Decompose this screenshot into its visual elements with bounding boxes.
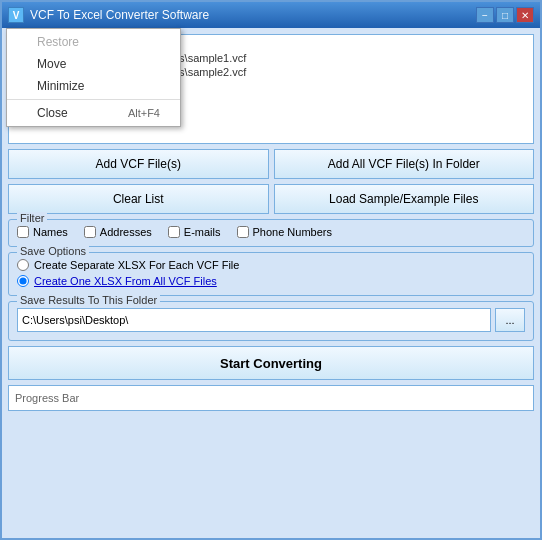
filter-names[interactable]: Names: [17, 226, 68, 238]
save-option-separate[interactable]: Create Separate XLSX For Each VCF File: [17, 259, 525, 271]
add-all-vcf-button[interactable]: Add All VCF File(s) In Folder: [274, 149, 535, 179]
menu-item-minimize[interactable]: Minimize: [7, 75, 180, 97]
save-folder-group: Save Results To This Folder ...: [8, 301, 534, 341]
filter-names-checkbox[interactable]: [17, 226, 29, 238]
load-sample-button[interactable]: Load Sample/Example Files: [274, 184, 535, 214]
menu-item-move[interactable]: Move: [7, 53, 180, 75]
add-buttons-row: Add VCF File(s) Add All VCF File(s) In F…: [8, 149, 534, 179]
save-folder-label: Save Results To This Folder: [17, 294, 160, 306]
titlebar: V VCF To Excel Converter Software − □ ✕: [2, 2, 540, 28]
filter-options-row: Names Addresses E-mails Phone Numbers: [17, 226, 525, 238]
filter-group: Filter Names Addresses E-mails Phone Num…: [8, 219, 534, 247]
filter-addresses[interactable]: Addresses: [84, 226, 152, 238]
close-button[interactable]: ✕: [516, 7, 534, 23]
main-content: Restore Move Minimize Close Alt+F4 nd sa…: [2, 28, 540, 538]
window-title: VCF To Excel Converter Software: [30, 8, 476, 22]
browse-button[interactable]: ...: [495, 308, 525, 332]
progress-bar: Progress Bar: [8, 385, 534, 411]
filter-phones[interactable]: Phone Numbers: [237, 226, 333, 238]
restore-button[interactable]: □: [496, 7, 514, 23]
start-converting-button[interactable]: Start Converting: [8, 346, 534, 380]
menu-item-close[interactable]: Close Alt+F4: [7, 102, 180, 124]
save-one-label: Create One XLSX From All VCF Files: [34, 275, 217, 287]
menu-separator: [7, 99, 180, 100]
filter-emails[interactable]: E-mails: [168, 226, 221, 238]
save-separate-label: Create Separate XLSX For Each VCF File: [34, 259, 239, 271]
window-controls: − □ ✕: [476, 7, 534, 23]
clear-list-button[interactable]: Clear List: [8, 184, 269, 214]
progress-bar-label: Progress Bar: [15, 392, 79, 404]
clear-load-row: Clear List Load Sample/Example Files: [8, 184, 534, 214]
save-options-group: Save Options Create Separate XLSX For Ea…: [8, 252, 534, 296]
filter-emails-checkbox[interactable]: [168, 226, 180, 238]
menu-item-restore[interactable]: Restore: [7, 31, 180, 53]
save-option-one[interactable]: Create One XLSX From All VCF Files: [17, 275, 525, 287]
save-folder-input[interactable]: [17, 308, 491, 332]
save-options-label: Save Options: [17, 245, 89, 257]
save-folder-row: ...: [17, 308, 525, 332]
main-window: V VCF To Excel Converter Software − □ ✕ …: [0, 0, 542, 540]
save-separate-radio[interactable]: [17, 259, 29, 271]
app-icon[interactable]: V: [8, 7, 24, 23]
minimize-button[interactable]: −: [476, 7, 494, 23]
add-vcf-button[interactable]: Add VCF File(s): [8, 149, 269, 179]
save-one-radio[interactable]: [17, 275, 29, 287]
context-menu: Restore Move Minimize Close Alt+F4: [6, 28, 181, 127]
filter-label: Filter: [17, 212, 47, 224]
filter-phones-checkbox[interactable]: [237, 226, 249, 238]
filter-addresses-checkbox[interactable]: [84, 226, 96, 238]
